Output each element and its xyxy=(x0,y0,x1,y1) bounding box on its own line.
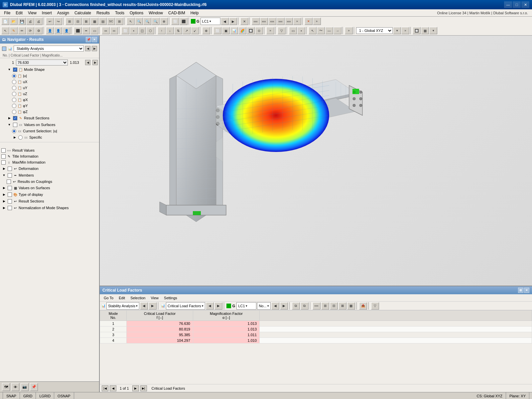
deformation-checkbox[interactable] xyxy=(8,167,12,171)
tb-result1[interactable]: ✕ xyxy=(305,18,313,25)
menu-insert[interactable]: Insert xyxy=(39,10,55,16)
tb2-load2[interactable]: ↓ xyxy=(166,27,174,34)
tb2-4[interactable]: ⟳ xyxy=(26,27,34,34)
values-surfaces-row2[interactable]: ▶ ▦ Values on Surfaces xyxy=(0,185,99,191)
tb-cross[interactable]: ✕ xyxy=(240,18,248,25)
bottom-stab-next[interactable]: ▶ xyxy=(149,302,157,310)
stability-checkbox[interactable] xyxy=(2,47,6,51)
tb-table6[interactable]: ⊞ xyxy=(115,18,123,25)
tb2-disp3[interactable]: ▾ xyxy=(429,27,437,34)
normalization-expand[interactable]: ▶ xyxy=(1,205,7,210)
tb2-plane2[interactable]: ▪ xyxy=(297,27,305,34)
bottom-clf-prev[interactable]: ◀ xyxy=(206,302,214,310)
maxmin-info-checkbox[interactable] xyxy=(1,160,6,165)
nav-close-btn[interactable]: ✕ xyxy=(92,37,97,42)
tb2-beam[interactable]: ━ xyxy=(82,27,90,34)
tb2-graph2[interactable]: 🌈 xyxy=(238,27,246,34)
tree-item-u-abs[interactable]: 📋 |u| xyxy=(11,73,99,79)
status-grid[interactable]: GRID xyxy=(20,392,36,399)
status-osnap[interactable]: OSNAP xyxy=(54,392,74,399)
bottom-clf-next[interactable]: ▶ xyxy=(214,302,222,310)
normalization-row[interactable]: ▶ ↩ Normalization of Mode Shapes xyxy=(0,204,99,211)
results-couplings-checkbox[interactable] xyxy=(7,180,11,184)
tb2-wave[interactable]: 〜 xyxy=(317,27,325,34)
bottom-menu-selection[interactable]: Selection xyxy=(128,295,148,301)
radio-phix[interactable] xyxy=(12,98,16,102)
tb2-graph1[interactable]: 📊 xyxy=(230,27,238,34)
bottom-tb-copy2[interactable]: ⧉ xyxy=(301,302,309,310)
table-row[interactable]: 2 80.819 1.013 xyxy=(100,327,532,332)
tb2-load5[interactable]: ↙ xyxy=(191,27,199,34)
values-surfaces-checkbox2[interactable] xyxy=(8,186,12,190)
result-sections-expand[interactable]: ▶ xyxy=(7,115,12,121)
menu-edit[interactable]: Edit xyxy=(13,10,25,16)
menu-options[interactable]: Options xyxy=(127,10,146,16)
result-sections-expand2[interactable]: ▶ xyxy=(1,199,7,204)
tb2-arrow[interactable]: → xyxy=(333,27,341,34)
tb2-more[interactable]: » xyxy=(266,27,274,34)
tb-view1[interactable]: ⬜ xyxy=(171,18,179,25)
tb-select1[interactable]: ↖ xyxy=(127,18,135,25)
tb2-render2[interactable]: ▪ xyxy=(130,27,138,34)
tb-print[interactable]: 🖨 xyxy=(26,18,34,25)
bottom-clf-dropdown[interactable]: Critical Load Factors ▾ xyxy=(166,302,205,310)
bottom-tb-copy1[interactable]: ⧉ xyxy=(292,302,300,310)
tb2-load1[interactable]: ↑ xyxy=(158,27,166,34)
nav-eye-btn[interactable]: 👁 xyxy=(11,383,19,391)
tb2-render4[interactable]: ⬡ xyxy=(146,27,154,34)
menu-help[interactable]: Help xyxy=(188,10,201,16)
bottom-tb-table4[interactable]: ▦ xyxy=(347,302,355,310)
tb-xxx2[interactable]: xxx xyxy=(260,18,268,25)
type-display-checkbox[interactable] xyxy=(8,193,12,197)
tb2-5[interactable]: ⚙ xyxy=(35,27,43,34)
tb-xxx5[interactable]: xxx xyxy=(285,18,293,25)
tb-zoom2[interactable]: 🔍 xyxy=(143,18,151,25)
values-surfaces-checkbox[interactable] xyxy=(13,123,17,127)
menu-tools[interactable]: Tools xyxy=(112,10,127,16)
deformation-expand[interactable]: ▶ xyxy=(1,166,7,171)
deformation-row[interactable]: ▶ ↩ Deformation xyxy=(0,165,99,172)
specific-row[interactable]: ▶ xx Specific xyxy=(11,134,99,141)
type-display-row[interactable]: ▶ 🎨 Type of display xyxy=(0,191,99,198)
tb2-surf[interactable]: ▭ xyxy=(90,27,98,34)
tree-item-phix[interactable]: 📋 φX xyxy=(11,97,99,103)
title-info-checkbox[interactable] xyxy=(1,154,6,159)
tb-table2[interactable]: ⊟ xyxy=(74,18,82,25)
tb-redo[interactable]: ↪ xyxy=(54,18,62,25)
title-info-row[interactable]: ✎ Title Information xyxy=(0,153,99,159)
tb2-plane1[interactable]: ▭ xyxy=(289,27,297,34)
tb2-filter[interactable]: ▽ xyxy=(278,27,286,34)
minimize-button[interactable]: — xyxy=(504,1,512,8)
table-row[interactable]: 3 95.385 1.011 xyxy=(100,332,532,338)
normalization-checkbox[interactable] xyxy=(8,206,12,210)
tb2-more2[interactable]: » xyxy=(345,27,353,34)
tb-table1[interactable]: ⊞ xyxy=(66,18,73,25)
tb2-graph3[interactable]: 🔲 xyxy=(247,27,255,34)
stability-prev[interactable]: ◀ xyxy=(85,46,90,51)
tb-lc-next[interactable]: ▶ xyxy=(229,18,237,25)
bottom-menu-goto[interactable]: Go To xyxy=(101,295,116,301)
bottom-stability-dropdown[interactable]: Stability Analysis ▾ xyxy=(106,302,139,310)
maxmin-info-row[interactable]: ↕ Max/Min Information xyxy=(0,159,99,165)
bottom-menu-view[interactable]: View xyxy=(148,295,161,301)
radio-u-abs[interactable] xyxy=(12,74,16,78)
tb2-person2[interactable]: 👤 xyxy=(54,27,62,34)
tb-zoom4[interactable]: ⊕ xyxy=(160,18,168,25)
tb-print2[interactable]: 🖨 xyxy=(35,18,43,25)
page-first-btn[interactable]: |◀ xyxy=(102,385,108,391)
mode-shape-checkbox[interactable]: ✓ xyxy=(13,67,17,72)
tb2-dim[interactable]: ⊕ xyxy=(202,27,210,34)
stability-next[interactable]: ▶ xyxy=(92,46,97,51)
tb-new[interactable]: 📄 xyxy=(1,18,9,25)
menu-calculate[interactable]: Calculate xyxy=(72,10,94,16)
menu-file[interactable]: File xyxy=(1,10,13,16)
radio-uy[interactable] xyxy=(12,86,16,90)
tb2-load3[interactable]: ⇅ xyxy=(174,27,182,34)
tb-undo[interactable]: ↩ xyxy=(46,18,54,25)
members-expand[interactable]: ▼ xyxy=(1,173,7,178)
bottom-menu-edit[interactable]: Edit xyxy=(116,295,128,301)
tb-xxx1[interactable]: xxx xyxy=(252,18,260,25)
values-surfaces-row[interactable]: ▼ xx Values on Surfaces xyxy=(5,121,99,128)
mode-next[interactable]: ▶ xyxy=(92,60,98,65)
bottom-no-next[interactable]: ▶ xyxy=(280,302,288,310)
